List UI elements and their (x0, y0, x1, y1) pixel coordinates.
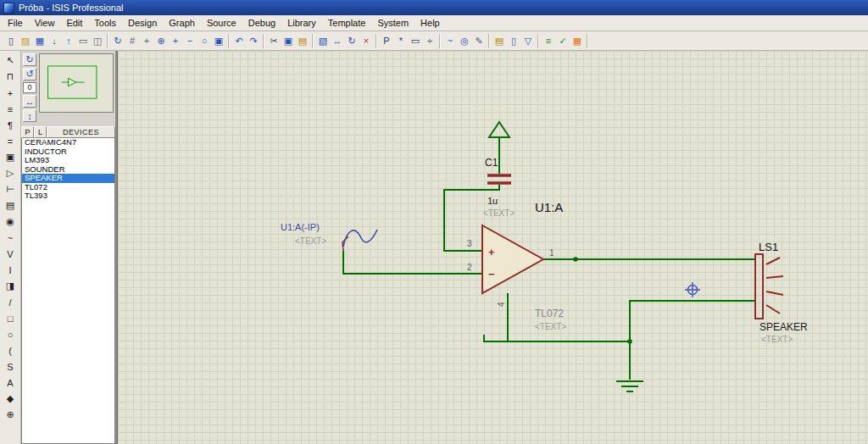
input-sine-annotation[interactable] (342, 230, 377, 251)
opamp-minus-sign: − (488, 268, 495, 280)
import-section-icon[interactable]: ↓ (47, 34, 61, 48)
opamp-ref-label: U1:A (535, 200, 563, 214)
device-item-speaker[interactable]: SPEAKER (22, 174, 114, 183)
device-pin-tool[interactable]: ⊢ (2, 181, 19, 197)
mirror-horizontal-icon[interactable]: ↔ (23, 95, 36, 108)
symbol-2d-tool[interactable]: ◆ (2, 391, 19, 407)
marker-2d-tool[interactable]: ⊕ (2, 407, 19, 423)
bill-of-materials-icon[interactable]: ≡ (542, 34, 555, 48)
pick-devices-button[interactable]: P (21, 126, 34, 138)
zoom-out-icon[interactable]: − (183, 34, 197, 48)
decompose-icon[interactable]: ÷ (423, 34, 437, 48)
toolbar-group: ▧↔↻× (314, 34, 376, 48)
remove-sheet-icon[interactable]: ▽ (521, 34, 535, 48)
circle-2d-tool[interactable]: ○ (2, 326, 19, 342)
open-design-icon[interactable]: ▨ (19, 34, 32, 48)
menu-design[interactable]: Design (122, 16, 163, 30)
make-device-icon[interactable]: * (394, 34, 408, 48)
terminal-tool[interactable]: ▷ (2, 165, 19, 181)
schematic-canvas[interactable]: C1 1u <TEXT> + (117, 51, 868, 444)
false-origin-icon[interactable]: + (140, 34, 153, 48)
new-design-icon[interactable]: ▯ (4, 34, 18, 48)
wire-label-tool[interactable]: ≡ (2, 101, 19, 117)
toolbar-group: ▯▨▦↓↑▭◫ (2, 34, 108, 48)
zoom-all-icon[interactable]: ○ (198, 34, 211, 48)
redo-icon[interactable]: ↷ (247, 34, 260, 48)
zoom-in-icon[interactable]: + (169, 34, 182, 48)
wire-ground-return[interactable] (484, 301, 755, 341)
junction-dot-tool[interactable]: + (2, 85, 19, 101)
mirror-vertical-icon[interactable]: ↕ (23, 109, 36, 122)
rotation-angle-field[interactable]: 0 (23, 82, 36, 93)
speaker-value-label: SPEAKER (760, 321, 808, 333)
generator-tool[interactable]: ~ (2, 230, 19, 246)
search-tag-icon[interactable]: ◎ (458, 34, 471, 48)
text-2d-tool[interactable]: A (2, 375, 19, 391)
undo-icon[interactable]: ↶ (232, 34, 246, 48)
new-sheet-icon[interactable]: ▯ (507, 34, 520, 48)
zoom-area-icon[interactable]: ▣ (212, 34, 225, 48)
property-assignment-icon[interactable]: ✎ (472, 34, 486, 48)
cut-icon[interactable]: ✂ (267, 34, 281, 48)
device-item-ceramic4n7[interactable]: CERAMIC4N7 (22, 138, 114, 147)
speaker-ls1[interactable] (755, 254, 783, 319)
component-tool[interactable]: ⊓ (2, 69, 19, 85)
copy-block-icon[interactable]: ▧ (316, 34, 330, 48)
title-bar: Próba - ISIS Professional (0, 0, 868, 15)
menu-file[interactable]: File (2, 16, 29, 30)
ground-symbol[interactable] (616, 381, 643, 391)
redraw-icon[interactable]: ↻ (111, 34, 125, 48)
menu-library[interactable]: Library (281, 16, 322, 30)
capacitor-c1[interactable] (487, 175, 511, 183)
save-design-icon[interactable]: ▦ (33, 34, 47, 48)
bus-tool[interactable]: = (2, 133, 19, 149)
overview-minimap[interactable] (39, 53, 114, 113)
packaging-tool-icon[interactable]: ▭ (409, 34, 422, 48)
menu-template[interactable]: Template (322, 16, 372, 30)
path-2d-tool[interactable]: S (2, 358, 19, 375)
export-section-icon[interactable]: ↑ (62, 34, 75, 48)
voltage-probe-tool[interactable]: V (2, 246, 19, 262)
paste-icon[interactable]: ▤ (296, 34, 309, 48)
tape-recorder-tool[interactable]: ◉ (2, 214, 19, 230)
menu-help[interactable]: Help (415, 16, 446, 30)
menu-edit[interactable]: Edit (60, 16, 88, 30)
box-2d-tool[interactable]: □ (2, 310, 19, 326)
text-script-tool[interactable]: ¶ (2, 117, 19, 133)
redraw-icon[interactable]: ↻ (23, 53, 36, 66)
pick-parts-icon[interactable]: P (380, 34, 393, 48)
menu-source[interactable]: Source (201, 16, 242, 30)
graph-tool[interactable]: ▤ (2, 197, 19, 214)
rotate-ccw-icon[interactable]: ↺ (23, 68, 36, 80)
move-block-icon[interactable]: ↔ (331, 34, 344, 48)
menu-system[interactable]: System (371, 16, 415, 30)
library-button[interactable]: L (34, 126, 47, 138)
menu-tools[interactable]: Tools (88, 16, 122, 30)
current-probe-tool[interactable]: I (2, 262, 19, 278)
design-explorer-icon[interactable]: ▤ (492, 34, 506, 48)
print-icon[interactable]: ▭ (76, 34, 90, 48)
wire-autorouter-icon[interactable]: ~ (443, 34, 457, 48)
rotate-block-icon[interactable]: ↻ (345, 34, 359, 48)
arc-2d-tool[interactable]: ( (2, 342, 19, 358)
opamp-u1a[interactable] (482, 225, 543, 293)
wire-inverting-input[interactable] (343, 251, 482, 274)
mark-output-area-icon[interactable]: ◫ (91, 34, 104, 48)
center-at-cursor-icon[interactable]: ⊕ (154, 34, 168, 48)
menu-view[interactable]: View (29, 16, 61, 30)
device-item-tl393[interactable]: TL393 (22, 191, 114, 201)
subcircuit-tool[interactable]: ▣ (2, 149, 19, 165)
line-2d-tool[interactable]: / (2, 294, 19, 310)
electrical-rules-check-icon[interactable]: ✓ (556, 34, 570, 48)
device-item-lm393[interactable]: LM393 (22, 156, 114, 165)
toggle-grid-icon[interactable]: # (125, 34, 139, 48)
delete-block-icon[interactable]: × (359, 34, 373, 48)
netlist-to-ares-icon[interactable]: ▦ (570, 34, 584, 48)
menu-graph[interactable]: Graph (163, 16, 201, 30)
opamp-value-label: TL072 (535, 308, 564, 319)
minimap-viewport[interactable] (48, 66, 97, 98)
menu-debug[interactable]: Debug (242, 16, 281, 30)
selection-tool[interactable]: ↖ (2, 53, 19, 69)
virtual-instruments-tool[interactable]: ◨ (2, 278, 19, 294)
copy-icon[interactable]: ▣ (281, 34, 295, 48)
